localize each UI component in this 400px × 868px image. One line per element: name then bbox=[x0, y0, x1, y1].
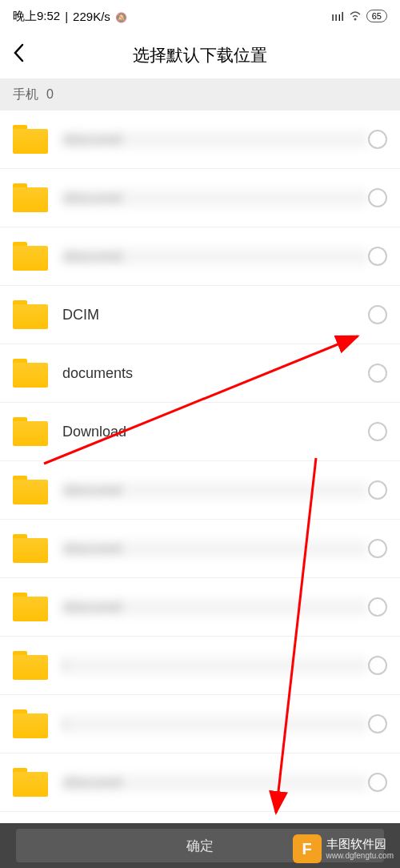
radio-select[interactable] bbox=[368, 773, 387, 792]
folder-name: i bbox=[62, 716, 368, 733]
radio-select[interactable] bbox=[368, 130, 387, 149]
radio-select[interactable] bbox=[368, 656, 387, 675]
folder-icon bbox=[13, 709, 48, 738]
radio-select[interactable] bbox=[368, 247, 387, 266]
folder-name: i bbox=[62, 657, 368, 674]
folder-icon bbox=[13, 534, 48, 563]
folder-item[interactable]: obscured bbox=[0, 169, 400, 227]
folder-icon bbox=[13, 593, 48, 621]
folder-item[interactable]: obscured bbox=[0, 578, 400, 637]
svg-point-0 bbox=[354, 18, 356, 20]
folder-item[interactable]: obscured bbox=[0, 461, 400, 520]
folder-icon bbox=[13, 183, 48, 212]
wifi-icon bbox=[349, 10, 362, 23]
folder-icon bbox=[13, 768, 48, 797]
signal-icon: ıııl bbox=[331, 10, 344, 23]
folder-item[interactable]: i bbox=[0, 637, 400, 695]
folder-name: obscured bbox=[62, 774, 368, 791]
status-speed: 229K/s bbox=[73, 10, 110, 23]
folder-name: obscured bbox=[62, 599, 368, 616]
folder-name: documents bbox=[62, 365, 368, 382]
radio-select[interactable] bbox=[368, 714, 387, 733]
folder-item[interactable]: obscured bbox=[0, 520, 400, 578]
folder-name: obscured bbox=[62, 190, 368, 207]
folder-name: obscured bbox=[62, 482, 368, 499]
back-button[interactable] bbox=[13, 43, 37, 68]
folder-item[interactable]: DCIM bbox=[0, 286, 400, 344]
page-title: 选择默认下载位置 bbox=[133, 44, 267, 66]
folder-icon bbox=[13, 651, 48, 680]
folder-item[interactable]: documents bbox=[0, 344, 400, 403]
radio-select[interactable] bbox=[368, 364, 387, 383]
breadcrumb-path: 0 bbox=[46, 87, 54, 102]
folder-name: obscured bbox=[62, 131, 368, 148]
folder-icon bbox=[13, 417, 48, 446]
folder-name: obscured. bbox=[62, 248, 368, 265]
radio-select[interactable] bbox=[368, 305, 387, 324]
folder-item[interactable]: obscured bbox=[0, 753, 400, 812]
radio-select[interactable] bbox=[368, 539, 387, 558]
radio-select[interactable] bbox=[368, 422, 387, 441]
watermark-name: 丰图软件园 bbox=[326, 838, 394, 851]
breadcrumb[interactable]: 手机 0 bbox=[0, 78, 400, 111]
folder-list[interactable]: obscuredobscuredobscured.DCIMdocumentsDo… bbox=[0, 111, 400, 823]
folder-icon bbox=[13, 359, 48, 388]
radio-select[interactable] bbox=[368, 188, 387, 207]
breadcrumb-root: 手机 bbox=[13, 86, 38, 103]
folder-icon bbox=[13, 300, 48, 329]
page-header: 选择默认下载位置 bbox=[0, 32, 400, 78]
watermark-url: www.dgfengtu.com bbox=[326, 851, 394, 860]
folder-name: obscured bbox=[62, 540, 368, 557]
folder-item[interactable]: i bbox=[0, 695, 400, 753]
status-bar: 晚上9:52 | 229K/s ıııl 65 bbox=[0, 0, 400, 32]
folder-icon bbox=[13, 476, 48, 504]
watermark: F 丰图软件园 www.dgfengtu.com bbox=[293, 834, 394, 863]
folder-name: DCIM bbox=[62, 307, 368, 323]
mute-icon bbox=[115, 10, 127, 23]
folder-item[interactable]: obscured bbox=[0, 111, 400, 169]
folder-item[interactable]: Download bbox=[0, 403, 400, 461]
battery-level: 65 bbox=[366, 10, 387, 22]
folder-icon bbox=[13, 242, 48, 271]
radio-select[interactable] bbox=[368, 480, 387, 500]
watermark-logo: F bbox=[293, 834, 322, 863]
radio-select[interactable] bbox=[368, 597, 387, 617]
folder-name: Download bbox=[62, 424, 368, 440]
folder-icon bbox=[13, 125, 48, 154]
folder-item[interactable]: obscured. bbox=[0, 227, 400, 286]
status-time: 晚上9:52 bbox=[13, 9, 60, 24]
